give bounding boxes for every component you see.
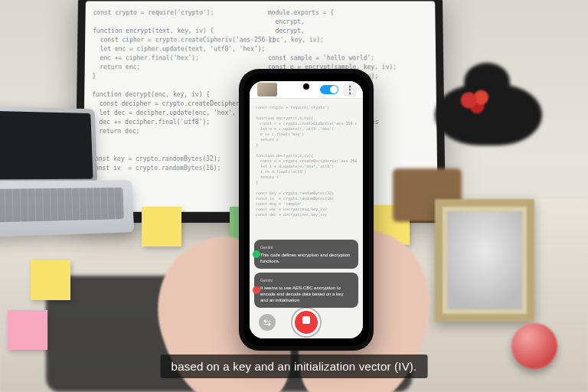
shutter-button[interactable] <box>292 309 320 336</box>
overflow-menu-button[interactable]: ⋮ <box>343 83 357 96</box>
camera-switch-button[interactable]: ⇆ <box>259 314 276 331</box>
ai-response-text: It seems to use AES-CBC encryption to en… <box>260 285 352 303</box>
ai-response-stack: Gemini This code defines encryption and … <box>254 240 358 308</box>
front-camera-notch <box>303 83 309 90</box>
camera-viewfinder: const crypto = require('crypto') functio… <box>250 99 363 338</box>
video-frame: const crypto = require('crypto'); functi… <box>0 0 588 392</box>
sticky-note <box>31 260 70 300</box>
status-dot-icon <box>253 250 260 258</box>
apple-fruit <box>511 323 557 369</box>
smartphone: ⋮ const crypto = require('crypto') funct… <box>239 69 374 351</box>
ai-response-text: This code defines encryption and decrypt… <box>260 252 352 264</box>
status-dot-icon <box>253 286 260 294</box>
phone-screen: ⋮ const crypto = require('crypto') funct… <box>250 81 363 338</box>
viewfinder-code: const crypto = require('crypto') functio… <box>256 105 357 254</box>
laptop-base <box>0 180 134 237</box>
ai-response-header: Gemini <box>260 244 352 250</box>
hat-decoration <box>456 86 498 115</box>
ai-response-header: Gemini <box>260 277 352 283</box>
ai-response-card[interactable]: Gemini It seems to use AES-CBC encryptio… <box>254 273 358 308</box>
laptop-lid <box>0 106 97 185</box>
camera-controls: ⇆ <box>250 309 363 335</box>
preview-thumbnail[interactable] <box>257 83 277 96</box>
ai-response-card[interactable]: Gemini This code defines encryption and … <box>254 240 358 269</box>
sticky-note <box>8 310 47 350</box>
stop-icon <box>302 316 310 324</box>
laptop <box>0 106 134 224</box>
laptop-keyboard <box>0 188 124 223</box>
sticky-note <box>142 207 181 247</box>
video-caption: based on a key and an initialization vec… <box>161 354 428 378</box>
photo-frame <box>435 199 534 322</box>
live-toggle[interactable] <box>320 85 338 94</box>
